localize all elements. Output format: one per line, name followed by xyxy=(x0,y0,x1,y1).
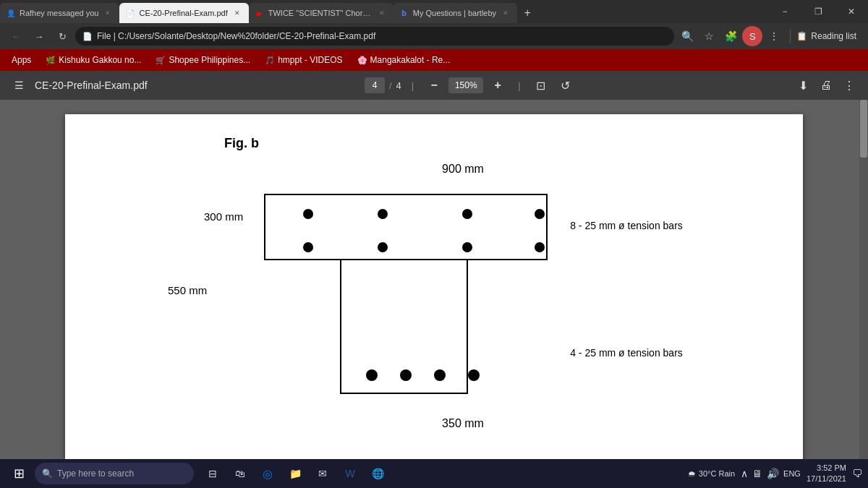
system-tray: ∧ 🖥 🔊 ENG xyxy=(741,468,801,479)
minimize-button[interactable]: − xyxy=(768,0,801,23)
svg-point-2 xyxy=(303,209,313,219)
svg-point-3 xyxy=(378,209,388,219)
tab-4-close[interactable]: ✕ xyxy=(500,7,511,19)
mail-button[interactable]: ✉ xyxy=(310,461,336,487)
pdf-content: Fig. b 900 mm 300 mm xyxy=(0,100,868,459)
toolbar-icons: 🔍 ☆ 🧩 S ⋮ xyxy=(677,26,784,46)
pdf-zoom-in-button[interactable]: + xyxy=(488,75,508,95)
svg-point-4 xyxy=(462,209,472,219)
clock-date: 17/11/2021 xyxy=(807,474,846,484)
title-bar: 👤 Rafhey messaged you ✕ 📄 CE-20-Prefinal… xyxy=(0,0,868,23)
pdf-zoom-out-button[interactable]: − xyxy=(424,75,444,95)
svg-point-6 xyxy=(303,242,313,252)
tab-1-close[interactable]: ✕ xyxy=(102,7,114,19)
menu-button[interactable]: ⋮ xyxy=(764,26,784,46)
taskbar-search[interactable]: 🔍 Type here to search xyxy=(35,463,194,484)
reading-list-button[interactable]: 📋 Reading list xyxy=(790,28,862,44)
tab-3-close[interactable]: ✕ xyxy=(376,7,388,19)
bookmark-apps-label: Apps xyxy=(12,55,31,65)
figure-title: Fig. b xyxy=(224,136,259,150)
pdf-toolbar-right: ⬇ 🖨 ⋮ xyxy=(793,75,859,95)
pdf-toolbar-left: ☰ CE-20-Prefinal-Exam.pdf xyxy=(9,75,148,95)
tray-sound-icon[interactable]: 🔊 xyxy=(767,468,779,479)
reading-list-label: Reading list xyxy=(811,31,856,41)
start-button[interactable]: ⊞ xyxy=(6,461,32,487)
tab-strip: 👤 Rafhey messaged you ✕ 📄 CE-20-Prefinal… xyxy=(0,0,768,23)
bookmark-shopee[interactable]: 🛒 Shopee Philippines... xyxy=(150,53,256,67)
new-tab-button[interactable]: + xyxy=(517,3,537,23)
forward-button[interactable]: → xyxy=(29,26,49,46)
pdf-menu-button[interactable]: ☰ xyxy=(9,75,29,95)
tab-4-label: My Questions | bartleby xyxy=(413,9,496,17)
pdf-divider2: | xyxy=(518,80,520,91)
taskbar-icons: ⊟ 🛍 ◎ 📁 ✉ W 🌐 xyxy=(200,461,391,487)
weather-info: 🌧 30°C Rain xyxy=(688,469,735,478)
refresh-button[interactable]: ↻ xyxy=(52,26,72,46)
reading-list-icon: 📋 xyxy=(796,31,807,41)
pdf-rotate-button[interactable]: ↺ xyxy=(556,75,576,95)
taskbar-right: 🌧 30°C Rain ∧ 🖥 🔊 ENG 3:52 PM 17/11/2021… xyxy=(688,463,862,485)
tab-4-favicon: b xyxy=(399,8,409,18)
scrollbar-thumb[interactable] xyxy=(860,100,867,158)
tray-up-arrow[interactable]: ∧ xyxy=(741,468,748,479)
explorer-button[interactable]: 📁 xyxy=(282,461,308,487)
pdf-page-input[interactable] xyxy=(365,77,385,93)
pdf-toolbar-center: / 4 | − + | ⊡ ↺ xyxy=(153,75,787,95)
tab-2-favicon: 📄 xyxy=(125,8,135,18)
bookmark-hmppt-label: hmppt - VIDEOS xyxy=(278,55,342,65)
bottom-tension-bars-label: 4 - 25 mm ø tension bars xyxy=(570,231,683,359)
pdf-more-button[interactable]: ⋮ xyxy=(839,75,859,95)
left-dimension-label: 300 mm xyxy=(185,180,250,223)
tab-2-close[interactable]: ✕ xyxy=(231,7,243,19)
pdf-zoom-input[interactable] xyxy=(448,77,483,93)
bookmark-shopee-label: Shopee Philippines... xyxy=(169,55,250,65)
tab-2[interactable]: 📄 CE-20-Prefinal-Exam.pdf ✕ xyxy=(119,3,248,23)
taskbar: ⊞ 🔍 Type here to search ⊟ 🛍 ◎ 📁 ✉ W 🌐 🌧 … xyxy=(0,459,868,488)
tray-network-icon[interactable]: 🖥 xyxy=(752,468,762,479)
search-icon[interactable]: 🔍 xyxy=(677,26,697,46)
pdf-divider: | xyxy=(412,80,414,91)
bookmark-mangaka-label: Mangakakalot - Re... xyxy=(370,55,451,65)
window-controls: − ❐ ✕ xyxy=(768,0,868,23)
edge-button[interactable]: ◎ xyxy=(255,461,281,487)
bookmark-apps[interactable]: Apps xyxy=(6,53,37,67)
weather-icon: 🌧 xyxy=(688,469,696,478)
svg-point-9 xyxy=(535,242,545,252)
clock[interactable]: 3:52 PM 17/11/2021 xyxy=(807,463,846,485)
bookmarks-bar: Apps 🌿 Kishuku Gakkou no... 🛒 Shopee Phi… xyxy=(0,49,868,71)
tab-4[interactable]: b My Questions | bartleby ✕ xyxy=(393,3,517,23)
tbeam-svg xyxy=(250,180,561,411)
tab-1[interactable]: 👤 Rafhey messaged you ✕ xyxy=(0,3,119,23)
bottom-dimension-label: 350 mm xyxy=(442,417,484,430)
bookmark-kishuku-label: Kishuku Gakkou no... xyxy=(59,55,141,65)
word-button[interactable]: W xyxy=(337,461,363,487)
tab-1-favicon: 👤 xyxy=(6,8,16,18)
bookmark-mangaka[interactable]: 🌸 Mangakakalot - Re... xyxy=(352,53,456,67)
web-dimension-label: 550 mm xyxy=(168,284,207,296)
pdf-title: CE-20-Prefinal-Exam.pdf xyxy=(35,80,148,91)
favorites-icon[interactable]: ☆ xyxy=(699,26,719,46)
back-button[interactable]: ← xyxy=(6,26,26,46)
pdf-page: Fig. b 900 mm 300 mm xyxy=(65,114,803,459)
address-box[interactable]: 📄 File | C:/Users/Solante/Desktop/New%20… xyxy=(75,27,674,46)
bookmark-hmppt-favicon: 🎵 xyxy=(265,56,275,65)
bookmark-hmppt[interactable]: 🎵 hmppt - VIDEOS xyxy=(259,53,348,67)
scrollbar[interactable] xyxy=(859,100,868,459)
notification-button[interactable]: 🗨 xyxy=(852,468,862,479)
cross-section-diagram xyxy=(250,180,561,414)
tab-3[interactable]: ▶ TWICE "SCIENTIST" Choreograph ✕ xyxy=(249,3,393,23)
extensions-icon[interactable]: 🧩 xyxy=(720,26,741,46)
address-bar-row: ← → ↻ 📄 File | C:/Users/Solante/Desktop/… xyxy=(0,23,868,49)
bookmark-kishuku[interactable]: 🌿 Kishuku Gakkou no... xyxy=(40,53,147,67)
tray-language: ENG xyxy=(783,469,801,478)
maximize-button[interactable]: ❐ xyxy=(801,0,835,23)
svg-point-11 xyxy=(400,369,412,381)
profile-icon[interactable]: S xyxy=(742,26,762,46)
pdf-fit-page-button[interactable]: ⊡ xyxy=(531,75,551,95)
chrome-button[interactable]: 🌐 xyxy=(365,461,391,487)
pdf-download-button[interactable]: ⬇ xyxy=(793,75,813,95)
close-button[interactable]: ✕ xyxy=(835,0,868,23)
task-view-button[interactable]: ⊟ xyxy=(200,461,226,487)
store-button[interactable]: 🛍 xyxy=(227,461,253,487)
pdf-print-button[interactable]: 🖨 xyxy=(816,75,836,95)
